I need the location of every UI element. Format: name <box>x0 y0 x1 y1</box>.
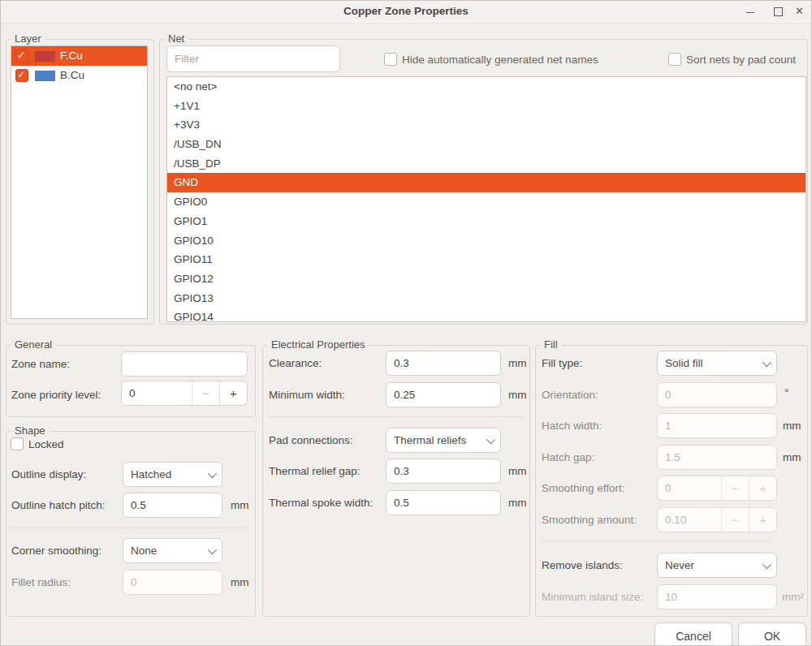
thermal-gap-input[interactable] <box>386 459 501 484</box>
fillet-radius-input <box>123 570 222 595</box>
maximize-button[interactable] <box>767 1 788 23</box>
layer-fcu-color-swatch <box>35 51 55 62</box>
minimize-icon <box>746 12 754 13</box>
layer-fcu-checkbox[interactable]: ✓ <box>15 50 28 62</box>
hatch-pitch-unit: mm <box>231 499 249 511</box>
fill-type-label: Fill type: <box>542 357 582 369</box>
net-list-item-selected[interactable]: GND <box>167 173 806 192</box>
orientation-unit: ° <box>784 386 788 398</box>
outline-display-select[interactable]: Hatched <box>123 462 222 487</box>
net-list-item[interactable]: /USB_DN <box>167 135 806 154</box>
min-island-size-unit: mm² <box>782 591 804 603</box>
electrical-group-label: Electrical Properties <box>267 338 369 351</box>
net-list-item[interactable]: GPIO0 <box>167 192 806 212</box>
title-bar[interactable]: Copper Zone Properties ✕ <box>1 1 811 24</box>
zone-name-label: Zone name: <box>11 358 70 370</box>
fill-group-label: Fill <box>540 338 562 351</box>
thermal-gap-label: Thermal relief gap: <box>269 465 361 477</box>
hatch-pitch-label: Outline hatch pitch: <box>11 499 106 511</box>
sort-nets-checkbox[interactable] <box>668 53 681 66</box>
net-list-item[interactable]: GPIO12 <box>167 269 806 289</box>
clearance-input[interactable] <box>386 351 501 376</box>
net-list-item[interactable]: +1V1 <box>167 97 806 116</box>
general-group-label: General <box>11 338 56 351</box>
smoothing-effort-input <box>658 476 721 500</box>
layer-bcu-checkbox[interactable]: ✓ <box>15 69 28 82</box>
layer-list[interactable]: ✓ F.Cu ✓ B.Cu <box>11 45 148 319</box>
layer-group-label: Layer <box>11 32 45 45</box>
outline-display-label: Outline display: <box>11 468 86 480</box>
zone-name-input[interactable] <box>121 351 248 377</box>
outline-display-value: Hatched <box>131 468 205 480</box>
orientation-input <box>657 382 777 407</box>
check-icon: ✓ <box>17 69 25 80</box>
clearance-unit: mm <box>508 357 527 369</box>
layer-row-fcu[interactable]: ✓ F.Cu <box>11 46 147 66</box>
orientation-label: Orientation: <box>542 389 598 401</box>
net-list[interactable]: <no net> +1V1 +3V3 /USB_DN /USB_DP GND G… <box>166 76 806 322</box>
smoothing-amount-spinner: − + <box>657 507 777 532</box>
min-width-label: Minimum width: <box>269 389 345 401</box>
fill-type-select[interactable]: Solid fill <box>657 351 777 376</box>
fill-hatch-gap-unit: mm <box>783 451 801 463</box>
net-filter-input[interactable] <box>166 45 340 72</box>
decrement-button: − <box>721 476 749 500</box>
cancel-button[interactable]: Cancel <box>654 622 732 646</box>
min-width-input[interactable] <box>386 382 501 407</box>
locked-label: Locked <box>28 438 64 450</box>
layer-row-bcu[interactable]: ✓ B.Cu <box>11 66 147 85</box>
chevron-down-icon <box>486 434 495 443</box>
thermal-spoke-unit: mm <box>508 497 527 509</box>
net-list-item[interactable]: <no net> <box>167 77 806 97</box>
ok-button[interactable]: OK <box>738 622 806 646</box>
fill-separator <box>542 540 771 541</box>
hatch-pitch-input[interactable] <box>123 493 222 518</box>
layer-name: B.Cu <box>60 69 84 81</box>
layer-name: F.Cu <box>60 50 83 62</box>
net-list-item[interactable]: GPIO11 <box>167 250 806 269</box>
hide-net-names-checkbox[interactable] <box>384 53 397 66</box>
thermal-spoke-input[interactable] <box>386 490 501 515</box>
corner-smoothing-select[interactable]: None <box>123 538 222 563</box>
pad-connections-label: Pad connections: <box>269 434 353 446</box>
min-width-unit: mm <box>508 389 527 401</box>
zone-priority-input[interactable] <box>122 381 192 405</box>
decrement-button[interactable]: − <box>192 381 219 405</box>
fill-hatch-width-label: Hatch width: <box>542 420 602 432</box>
net-list-item[interactable]: GPIO14 <box>167 308 806 322</box>
shape-group-label: Shape <box>11 424 50 437</box>
net-list-item[interactable]: +3V3 <box>167 115 806 135</box>
locked-checkbox[interactable] <box>11 437 24 450</box>
remove-islands-select[interactable]: Never <box>657 553 777 578</box>
increment-button[interactable]: + <box>219 381 247 405</box>
net-list-item[interactable]: GPIO13 <box>167 289 806 308</box>
fillet-radius-label: Fillet radius: <box>11 576 71 588</box>
minimize-button[interactable] <box>740 1 761 23</box>
min-island-size-input <box>657 584 777 609</box>
check-icon: ✓ <box>17 50 25 61</box>
fill-hatch-gap-input <box>657 445 777 470</box>
fill-hatch-gap-label: Hatch gap: <box>542 451 594 463</box>
fill-hatch-width-input <box>657 413 777 438</box>
shape-separator <box>11 528 247 528</box>
fill-hatch-width-unit: mm <box>783 420 801 432</box>
corner-smoothing-label: Corner smoothing: <box>11 545 102 557</box>
close-button[interactable]: ✕ <box>790 1 811 23</box>
sort-nets-label: Sort nets by pad count <box>686 54 796 66</box>
net-list-item[interactable]: GPIO10 <box>167 231 806 251</box>
net-list-item[interactable]: /USB_DP <box>167 154 806 174</box>
zone-priority-label: Zone priority level: <box>11 389 101 401</box>
window-title: Copper Zone Properties <box>1 5 811 17</box>
increment-button: + <box>749 508 776 532</box>
chevron-down-icon <box>208 468 217 477</box>
chevron-down-icon <box>762 559 771 568</box>
pad-connections-value: Thermal reliefs <box>394 434 483 446</box>
pad-connections-select[interactable]: Thermal reliefs <box>386 428 501 453</box>
maximize-icon <box>774 7 783 16</box>
chevron-down-icon <box>208 545 217 553</box>
zone-priority-spinner: − + <box>121 381 248 406</box>
net-group-label: Net <box>164 32 188 45</box>
net-list-item[interactable]: GPIO1 <box>167 212 806 231</box>
remove-islands-label: Remove islands: <box>542 559 623 571</box>
clearance-label: Clearance: <box>269 357 322 369</box>
